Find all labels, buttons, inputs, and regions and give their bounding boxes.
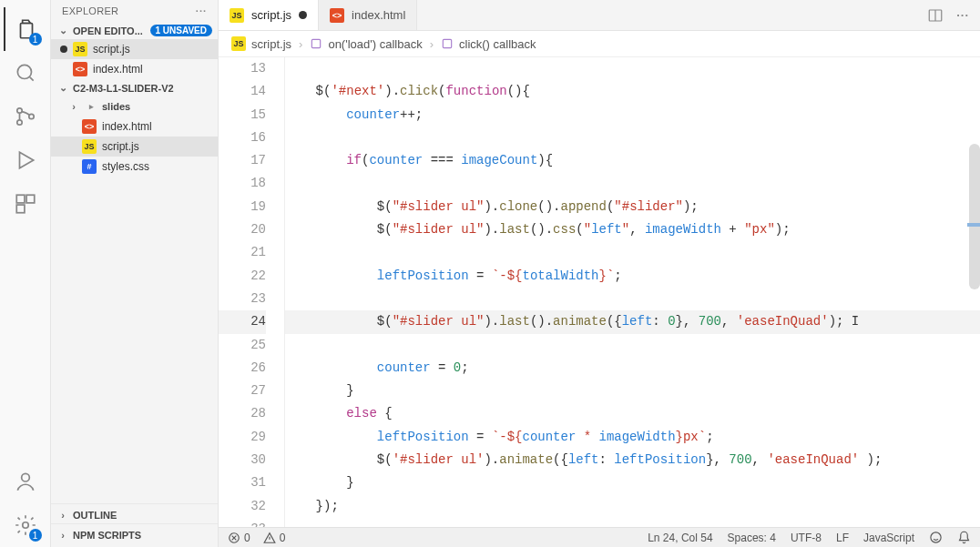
activity-run-debug-icon[interactable]	[4, 138, 47, 182]
code-area[interactable]: $('#next').click(function(){ counter++; …	[284, 57, 980, 527]
status-feedback-icon[interactable]	[929, 531, 943, 544]
file-name: index.html	[102, 120, 152, 133]
code-line[interactable]: }	[285, 471, 980, 494]
line-number-gutter: 1314151617181920212223242526272829303132…	[219, 57, 284, 527]
open-editors-header[interactable]: ⌄ OPEN EDITO... 1 UNSAVED	[51, 22, 218, 39]
workspace-name: C2-M3-L1-SLIDER-V2	[73, 83, 174, 94]
code-line[interactable]	[285, 334, 980, 357]
svg-point-14	[931, 532, 941, 542]
activity-explorer-icon[interactable]: 1	[4, 7, 47, 51]
code-line[interactable]: $("#slider ul").last().css("left", image…	[285, 218, 980, 241]
breadcrumb-segment: click() callback	[459, 37, 536, 51]
modified-dot-icon	[60, 46, 67, 53]
sidebar-more-icon[interactable]: ···	[196, 5, 207, 16]
svg-rect-11	[312, 39, 321, 47]
explorer-badge: 1	[29, 33, 42, 46]
activity-extensions-icon[interactable]	[4, 182, 47, 226]
status-indentation[interactable]: Spaces: 4	[728, 532, 776, 544]
code-line[interactable]: if(counter === imageCount){	[285, 149, 980, 172]
modified-dot-icon	[299, 11, 307, 19]
code-line[interactable]	[285, 288, 980, 310]
file-name: script.js	[102, 140, 139, 153]
activity-search-icon[interactable]	[4, 51, 47, 95]
code-line[interactable]	[285, 172, 980, 195]
overview-ruler-mark	[967, 223, 980, 227]
npm-scripts-header[interactable]: › NPM SCRIPTS	[51, 523, 218, 543]
code-line[interactable]	[285, 241, 980, 264]
code-line[interactable]: $('#slider ul').animate({left: leftPosit…	[285, 449, 980, 471]
code-line[interactable]: counter++;	[285, 104, 980, 127]
sidebar-title: EXPLORER	[62, 5, 118, 16]
svg-point-1	[17, 65, 31, 78]
chevron-down-icon: ⌄	[56, 25, 69, 36]
code-line[interactable]: });	[285, 495, 980, 518]
svg-rect-7	[16, 205, 25, 213]
html-file-icon: <>	[82, 119, 97, 134]
svg-rect-5	[16, 195, 25, 203]
js-file-icon: JS	[231, 36, 246, 51]
folder-name: slides	[102, 101, 130, 112]
activity-bar: 1 1	[0, 0, 51, 547]
code-editor[interactable]: 1314151617181920212223242526272829303132…	[219, 57, 980, 527]
file-row[interactable]: <> index.html	[51, 116, 218, 137]
chevron-right-icon: ›	[56, 510, 69, 521]
open-editor-name: index.html	[93, 63, 143, 76]
outline-header[interactable]: › OUTLINE	[51, 503, 218, 523]
js-file-icon: JS	[82, 139, 97, 154]
code-line[interactable]: leftPosition = `-${counter * imageWidth}…	[285, 426, 980, 449]
svg-point-8	[21, 473, 29, 481]
html-file-icon: <>	[73, 62, 87, 76]
status-cursor-position[interactable]: Ln 24, Col 54	[648, 532, 712, 544]
open-editor-name: script.js	[93, 43, 130, 56]
code-line[interactable]: else {	[285, 402, 980, 425]
html-file-icon: <>	[330, 8, 344, 23]
status-notifications-icon[interactable]	[957, 531, 971, 544]
npm-scripts-label: NPM SCRIPTS	[73, 530, 141, 541]
scrollbar-thumb[interactable]	[969, 144, 980, 289]
file-row[interactable]: JS script.js	[51, 137, 218, 157]
svg-rect-6	[26, 195, 35, 203]
open-editor-item[interactable]: <> index.html	[51, 59, 218, 79]
chevron-right-icon: ›	[299, 37, 302, 51]
outline-label: OUTLINE	[73, 510, 117, 521]
breadcrumb-file: script.js	[251, 37, 291, 51]
breadcrumbs[interactable]: JSscript.js › on('load') callback › clic…	[219, 31, 980, 57]
activity-source-control-icon[interactable]	[4, 95, 47, 138]
tab-index-html[interactable]: <> index.html	[319, 0, 417, 30]
chevron-right-icon: ›	[67, 101, 80, 112]
code-line[interactable]	[285, 57, 980, 80]
chevron-right-icon: ›	[56, 530, 69, 541]
folder-row[interactable]: › ▸ slides	[51, 96, 218, 116]
file-name: styles.css	[102, 160, 149, 173]
code-line[interactable]	[285, 127, 980, 149]
status-errors[interactable]: 0	[228, 532, 250, 544]
code-line[interactable]: $('#next').click(function(){	[285, 80, 980, 103]
svg-point-9	[22, 522, 28, 529]
code-line[interactable]: $("#slider ul").clone().append("#slider"…	[285, 196, 980, 218]
status-encoding[interactable]: UTF-8	[791, 532, 822, 544]
code-line[interactable]: }	[285, 380, 980, 402]
chevron-down-icon: ⌄	[56, 82, 69, 94]
status-language[interactable]: JavaScript	[863, 532, 914, 544]
code-line[interactable]: leftPosition = `-${totalWidth}`;	[285, 265, 980, 288]
tab-label: index.html	[352, 8, 405, 22]
status-eol[interactable]: LF	[836, 532, 849, 544]
activity-settings-icon[interactable]: 1	[4, 503, 47, 547]
js-file-icon: JS	[73, 42, 87, 56]
status-bar: 0 0 Ln 24, Col 54 Spaces: 4 UTF-8 LF Jav…	[219, 527, 980, 547]
open-editor-item[interactable]: JS script.js	[51, 39, 218, 59]
unsaved-badge: 1 UNSAVED	[150, 25, 213, 36]
tab-label: script.js	[251, 8, 291, 22]
code-line[interactable]: counter = 0;	[285, 357, 980, 380]
code-line[interactable]	[285, 518, 980, 527]
status-warnings[interactable]: 0	[263, 532, 286, 544]
tab-script-js[interactable]: JS script.js	[219, 0, 319, 30]
activity-accounts-icon[interactable]	[4, 460, 47, 503]
chevron-right-icon: ›	[430, 37, 434, 51]
split-editor-icon[interactable]	[927, 7, 944, 24]
tab-more-icon[interactable]: ···	[956, 8, 969, 22]
file-row[interactable]: # styles.css	[51, 157, 218, 177]
svg-point-2	[16, 108, 21, 113]
folder-icon: ▸	[84, 99, 98, 114]
workspace-header[interactable]: ⌄ C2-M3-L1-SLIDER-V2	[51, 79, 218, 96]
